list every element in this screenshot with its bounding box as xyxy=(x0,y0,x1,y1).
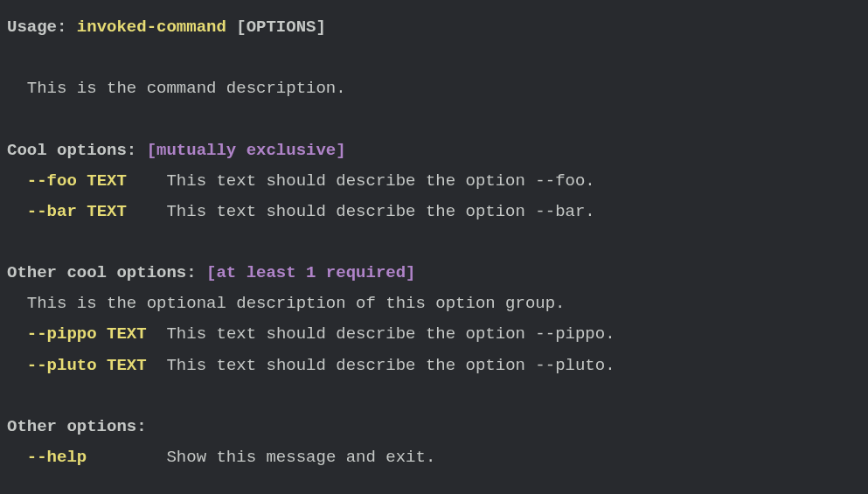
option-name: --pluto xyxy=(27,356,97,375)
option-desc: This text should describe the option --p… xyxy=(166,324,615,344)
section-header-other-options: Other options: xyxy=(7,412,861,442)
command-description: This is the command description. xyxy=(7,73,861,104)
blank-line xyxy=(7,104,861,135)
usage-args: [OPTIONS] xyxy=(226,17,326,37)
option-name: --help xyxy=(27,448,87,467)
section-header-other-cool-options: Other cool options: [at least 1 required… xyxy=(7,258,861,289)
usage-line: Usage: invoked-command [OPTIONS] xyxy=(7,12,861,43)
section-constraint: [mutually exclusive] xyxy=(147,141,346,160)
option-type: TEXT xyxy=(77,202,127,221)
section-title: Other options: xyxy=(7,417,147,436)
blank-line xyxy=(7,381,861,412)
usage-label: Usage: xyxy=(7,17,77,37)
section-title: Other cool options: xyxy=(7,263,206,282)
option-type: TEXT xyxy=(77,171,127,191)
option-help: --help Show this message and exit. xyxy=(7,442,861,473)
option-desc: This text should describe the option --b… xyxy=(166,202,594,221)
option-name: --pippo xyxy=(27,324,97,344)
command-name: invoked-command xyxy=(77,17,226,37)
option-type: TEXT xyxy=(97,324,147,344)
option-name: --foo xyxy=(27,171,77,191)
option-desc: Show this message and exit. xyxy=(166,448,435,467)
section-header-cool-options: Cool options: [mutually exclusive] xyxy=(7,136,861,166)
section-title: Cool options: xyxy=(7,141,147,160)
option-pluto: --pluto TEXT This text should describe t… xyxy=(7,351,861,381)
option-foo: --foo TEXT This text should describe the… xyxy=(7,166,861,197)
option-desc: This text should describe the option --p… xyxy=(166,356,615,375)
option-bar: --bar TEXT This text should describe the… xyxy=(7,197,861,227)
group-description: This is the optional description of this… xyxy=(7,289,861,319)
option-desc: This text should describe the option --f… xyxy=(166,171,594,191)
option-pippo: --pippo TEXT This text should describe t… xyxy=(7,319,861,350)
section-constraint: [at least 1 required] xyxy=(206,263,415,282)
blank-line xyxy=(7,43,861,73)
option-type: TEXT xyxy=(97,356,147,375)
option-name: --bar xyxy=(27,202,77,221)
blank-line xyxy=(7,227,861,258)
